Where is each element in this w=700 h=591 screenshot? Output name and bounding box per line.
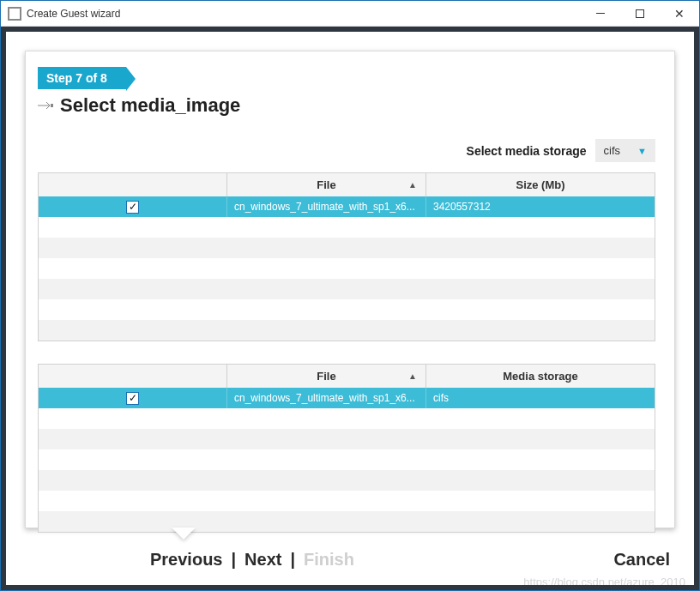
col-header-checkbox[interactable] (39, 365, 227, 388)
col-header-size[interactable]: Size (Mb) (426, 173, 655, 196)
next-button[interactable]: Next (244, 550, 281, 570)
table-row[interactable] (39, 299, 655, 320)
table-row[interactable] (39, 470, 655, 491)
decorative-strip (694, 112, 699, 143)
maximize-icon (636, 9, 644, 18)
decorative-strip (1, 112, 6, 143)
cell-file: cn_windows_7_ultimate_with_sp1_x6... (227, 388, 426, 408)
separator: | (287, 550, 299, 570)
step-badge: Step 7 of 8 (38, 67, 126, 89)
table-row[interactable] (39, 491, 655, 511)
sort-asc-icon: ▲ (408, 371, 417, 381)
wizard-footer: Previous | Next | Finish Cancel (1, 528, 699, 590)
page-title: Select media_image (60, 94, 240, 117)
sort-asc-icon: ▲ (408, 180, 417, 190)
storage-selector-row: Select media storage cifs ▼ (38, 139, 655, 162)
minimize-icon (596, 13, 605, 14)
heading-arrow-icon (38, 101, 53, 110)
col-header-media-storage-label: Media storage (503, 370, 577, 383)
row-checkbox[interactable] (126, 392, 139, 405)
available-media-table: File▲ Size (Mb) cn_windows_7_ultimate_wi… (38, 172, 655, 341)
close-button[interactable]: ✕ (660, 1, 699, 26)
table-row[interactable] (39, 320, 655, 341)
table-header: File▲ Size (Mb) (39, 173, 655, 196)
wizard-sheet: Step 7 of 8 Select media_image Select me… (25, 51, 675, 528)
col-header-file[interactable]: File▲ (227, 173, 426, 196)
cancel-button[interactable]: Cancel (613, 550, 670, 570)
table-row[interactable] (39, 449, 655, 470)
decorative-strip (1, 258, 6, 289)
col-header-media-storage[interactable]: Media storage (426, 365, 655, 388)
nav-buttons: Previous | Next | Finish (150, 550, 354, 570)
col-header-file[interactable]: File▲ (227, 365, 426, 388)
window: Create Guest wizard ✕ Step 7 of 8 Select… (0, 0, 700, 591)
table-header: File▲ Media storage (39, 365, 655, 388)
window-controls: ✕ (581, 1, 699, 26)
col-header-file-label: File (317, 178, 335, 191)
table-body: cn_windows_7_ultimate_with_sp1_x6... cif… (39, 388, 655, 532)
window-title: Create Guest wizard (27, 8, 581, 20)
chevron-down-icon: ▼ (637, 146, 647, 156)
table-row[interactable]: cn_windows_7_ultimate_with_sp1_x6... cif… (39, 388, 655, 408)
app-icon (8, 7, 21, 21)
col-header-checkbox[interactable] (39, 173, 227, 196)
storage-select[interactable]: cifs ▼ (595, 139, 655, 162)
col-header-file-label: File (317, 370, 335, 383)
storage-label: Select media storage (467, 144, 587, 158)
table-row[interactable] (39, 408, 655, 429)
svg-rect-0 (51, 104, 53, 107)
table-row[interactable] (39, 238, 655, 258)
row-checkbox[interactable] (126, 201, 139, 214)
decorative-strip (694, 258, 699, 289)
table-row[interactable] (39, 217, 655, 238)
selected-media-table: File▲ Media storage cn_windows_7_ultimat… (38, 364, 655, 533)
table-row[interactable] (39, 429, 655, 449)
table-row[interactable] (39, 279, 655, 299)
table-row[interactable]: cn_windows_7_ultimate_with_sp1_x6... 342… (39, 196, 655, 217)
maximize-button[interactable] (620, 1, 660, 26)
table-body: cn_windows_7_ultimate_with_sp1_x6... 342… (39, 196, 655, 341)
finish-button: Finish (304, 550, 354, 570)
previous-button[interactable]: Previous (150, 550, 222, 570)
separator: | (227, 550, 239, 570)
heading-row: Select media_image (38, 94, 655, 117)
table-row[interactable] (39, 258, 655, 279)
minimize-button[interactable] (581, 1, 620, 26)
col-header-size-label: Size (Mb) (516, 178, 564, 191)
cell-media-storage: cifs (426, 388, 655, 408)
cell-size: 3420557312 (426, 196, 655, 217)
client-area: Step 7 of 8 Select media_image Select me… (1, 27, 699, 590)
cell-file: cn_windows_7_ultimate_with_sp1_x6... (227, 196, 426, 217)
close-icon: ✕ (674, 7, 685, 21)
titlebar: Create Guest wizard ✕ (1, 1, 699, 27)
storage-value: cifs (604, 144, 621, 157)
